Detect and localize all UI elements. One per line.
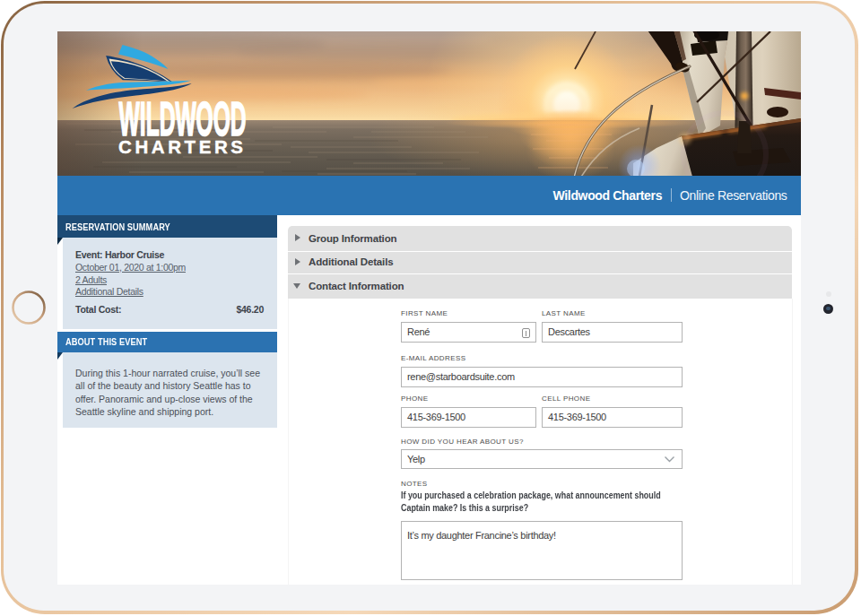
svg-text:CHARTERS: CHARTERS <box>118 136 243 157</box>
